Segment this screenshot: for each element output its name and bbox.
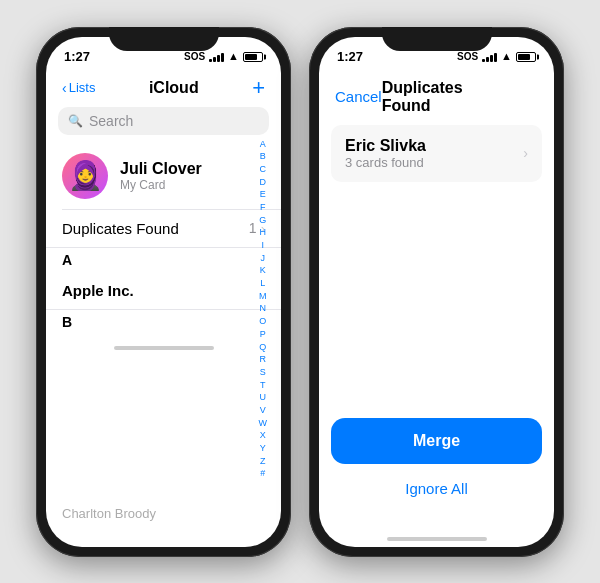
battery-icon-1 [243, 52, 263, 62]
search-placeholder-1: Search [89, 113, 133, 129]
battery-fill-1 [245, 54, 257, 60]
alpha-g[interactable]: G [259, 215, 268, 227]
bar1 [209, 59, 212, 62]
home-bar-2 [387, 537, 487, 541]
alpha-hash[interactable]: # [259, 469, 268, 481]
apple-inc-row[interactable]: Apple Inc. [46, 272, 281, 310]
cancel-button-2[interactable]: Cancel [335, 88, 382, 105]
contact-subtitle-1: My Card [120, 178, 202, 192]
bottom-indicator-2 [319, 525, 554, 547]
alpha-index-1: A B C D E F G H I J K L M N O P Q [259, 139, 268, 481]
alpha-j[interactable]: J [259, 253, 268, 265]
bottom-name-1: Charlton Broody [62, 506, 156, 521]
duplicate-row-2[interactable]: Eric Slivka 3 cards found › [331, 125, 542, 182]
screen-1: 1:27 SOS ▲ [46, 37, 281, 547]
duplicates-badge-1: 1 [249, 220, 257, 236]
alpha-x[interactable]: X [259, 431, 268, 443]
alpha-c[interactable]: C [259, 164, 268, 176]
bar2-p2 [486, 57, 489, 62]
avatar-emoji-1: 🧕 [68, 162, 103, 190]
bar3 [217, 55, 220, 62]
status-icons-2: SOS ▲ [457, 51, 536, 62]
duplicates-row-1[interactable]: Duplicates Found 1 › [46, 210, 281, 248]
alpha-y[interactable]: Y [259, 443, 268, 455]
alpha-q[interactable]: Q [259, 342, 268, 354]
alpha-b[interactable]: B [259, 151, 268, 163]
bar2 [213, 57, 216, 62]
bottom-actions-2: Merge Ignore All [319, 418, 554, 525]
alpha-h[interactable]: H [259, 228, 268, 240]
notch-1 [109, 27, 219, 51]
sos-label-1: SOS [184, 51, 205, 62]
alpha-o[interactable]: O [259, 316, 268, 328]
avatar-1: 🧕 [62, 153, 108, 199]
section-header-a-1: A [46, 248, 281, 272]
alpha-r[interactable]: R [259, 354, 268, 366]
ignore-all-button[interactable]: Ignore All [331, 476, 542, 501]
nav-back-label-1[interactable]: Lists [69, 80, 96, 95]
home-bar-1 [114, 346, 214, 350]
search-icon-1: 🔍 [68, 114, 83, 128]
alpha-e[interactable]: E [259, 189, 268, 201]
wifi-icon-2: ▲ [501, 51, 512, 62]
p2-header: Cancel Duplicates Found [319, 73, 554, 125]
dup-name-2: Eric Slivka [345, 137, 426, 155]
alpha-d[interactable]: D [259, 177, 268, 189]
bar4-p2 [494, 53, 497, 62]
section-header-b-1: B [46, 310, 281, 334]
status-time-1: 1:27 [64, 49, 90, 64]
wifi-icon-1: ▲ [228, 51, 239, 62]
alpha-p[interactable]: P [259, 329, 268, 341]
back-chevron-icon-1: ‹ [62, 80, 67, 96]
bar1-p2 [482, 59, 485, 62]
status-time-2: 1:27 [337, 49, 363, 64]
bar4 [221, 53, 224, 62]
alpha-k[interactable]: K [259, 266, 268, 278]
bottom-indicator-1 [46, 334, 281, 356]
alpha-z[interactable]: Z [259, 456, 268, 468]
notch-2 [382, 27, 492, 51]
screen-content-2: Cancel Duplicates Found Eric Slivka 3 ca… [319, 73, 554, 547]
screen-content-1: ‹ Lists iCloud + 🔍 Search 🧕 [46, 73, 281, 547]
search-bar-1[interactable]: 🔍 Search [58, 107, 269, 135]
signal-bars-2 [482, 52, 497, 62]
phone-1: 1:27 SOS ▲ [36, 27, 291, 557]
alpha-a[interactable]: A [259, 139, 268, 151]
contact-info-1: Juli Clover My Card [120, 160, 202, 192]
apple-inc-label: Apple Inc. [62, 282, 134, 299]
battery-fill-2 [518, 54, 530, 60]
merge-button[interactable]: Merge [331, 418, 542, 464]
nav-back-1[interactable]: ‹ Lists [62, 80, 95, 96]
dup-chevron-icon-2: › [523, 145, 528, 161]
sos-label-2: SOS [457, 51, 478, 62]
duplicates-label-1: Duplicates Found [62, 220, 179, 237]
phones-container: 1:27 SOS ▲ [36, 27, 564, 557]
dup-count-2: 3 cards found [345, 155, 426, 170]
alpha-s[interactable]: S [259, 367, 268, 379]
nav-title-1: iCloud [149, 79, 199, 97]
add-button-1[interactable]: + [252, 77, 265, 99]
signal-bars-1 [209, 52, 224, 62]
alpha-v[interactable]: V [259, 405, 268, 417]
page-title-2: Duplicates Found [382, 79, 496, 115]
nav-bar-1: ‹ Lists iCloud + [46, 73, 281, 107]
status-icons-1: SOS ▲ [184, 51, 263, 62]
alpha-u[interactable]: U [259, 392, 268, 404]
alpha-t[interactable]: T [259, 380, 268, 392]
bar3-p2 [490, 55, 493, 62]
phone-2: 1:27 SOS ▲ [309, 27, 564, 557]
alpha-i[interactable]: I [259, 240, 268, 252]
alpha-l[interactable]: L [259, 278, 268, 290]
alpha-w[interactable]: W [259, 418, 268, 430]
battery-icon-2 [516, 52, 536, 62]
dup-info-2: Eric Slivka 3 cards found [345, 137, 426, 170]
alpha-m[interactable]: M [259, 291, 268, 303]
my-card-1[interactable]: 🧕 Juli Clover My Card [46, 143, 281, 209]
screen-2: 1:27 SOS ▲ [319, 37, 554, 547]
alpha-f[interactable]: F [259, 202, 268, 214]
alpha-n[interactable]: N [259, 304, 268, 316]
contact-name-1: Juli Clover [120, 160, 202, 178]
